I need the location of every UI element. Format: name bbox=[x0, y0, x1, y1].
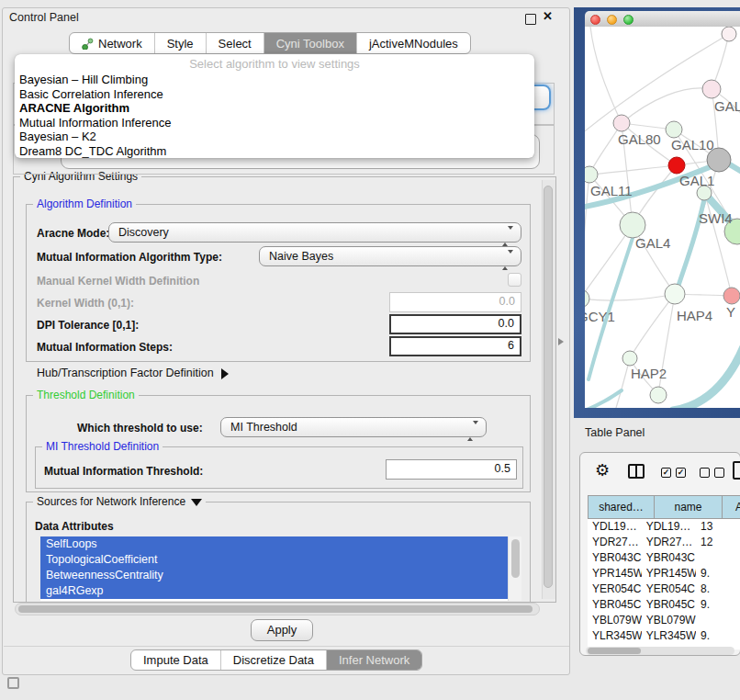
screen: Control Panel ✕ NetworkStyleSelectCyni T… bbox=[0, 0, 740, 700]
table-cell: 9. bbox=[696, 628, 740, 644]
network-node[interactable] bbox=[650, 387, 667, 403]
tab-network[interactable]: Network bbox=[70, 33, 154, 53]
checked-checkbox-icon[interactable]: ✓ bbox=[676, 468, 686, 478]
network-node-gal10[interactable] bbox=[666, 121, 682, 138]
manual-kernel-checkbox[interactable] bbox=[508, 273, 521, 287]
algorithm-option[interactable]: Bayesian – Hill Climbing bbox=[15, 73, 534, 87]
tab-jactivemnodules[interactable]: jActiveMNodules bbox=[356, 33, 470, 53]
network-node-gal[interactable] bbox=[702, 80, 721, 98]
gear-icon[interactable]: ⚙ bbox=[595, 462, 610, 479]
network-node-hap2[interactable] bbox=[622, 351, 637, 366]
unchecked-checkbox-icon[interactable] bbox=[714, 468, 724, 478]
aracne-mode-value: Discovery bbox=[118, 226, 169, 239]
mi-steps-field[interactable]: 6 bbox=[389, 336, 521, 356]
table-horizontal-scrollbar[interactable] bbox=[586, 647, 734, 655]
algorithm-option[interactable]: Basic Correlation Inference bbox=[15, 87, 534, 102]
network-edge[interactable] bbox=[630, 294, 675, 358]
table-column-header[interactable]: A bbox=[723, 495, 740, 519]
table-row[interactable]: YBR045CYBR045C9. bbox=[588, 597, 740, 613]
network-node-gcy1[interactable] bbox=[585, 289, 589, 308]
list-scrollbar-thumb[interactable] bbox=[511, 539, 520, 578]
aracne-mode-select[interactable]: Discovery bbox=[108, 222, 521, 243]
close-panel-icon[interactable]: ✕ bbox=[543, 9, 553, 23]
expand-right-icon[interactable] bbox=[221, 368, 229, 379]
mi-threshold-group-label: MI Threshold Definition bbox=[42, 440, 163, 453]
table-horizontal-scrollbar-thumb[interactable] bbox=[588, 648, 641, 654]
data-attribute-option[interactable]: SelfLoops bbox=[40, 536, 508, 552]
mi-type-select[interactable]: Naive Bayes bbox=[259, 246, 521, 266]
tab-infer-network[interactable]: Infer Network bbox=[326, 650, 421, 670]
split-columns-icon[interactable] bbox=[628, 464, 645, 479]
network-edge[interactable] bbox=[589, 123, 622, 175]
kernel-width-label: Kernel Width (0,1): bbox=[37, 297, 134, 310]
new-table-icon[interactable] bbox=[733, 461, 740, 480]
settings-horizontal-scrollbar[interactable] bbox=[15, 603, 540, 615]
tab-label: Infer Network bbox=[339, 653, 409, 667]
table-column-header[interactable]: name bbox=[655, 495, 723, 519]
table-row[interactable]: YBL079WYBL079W bbox=[588, 613, 740, 628]
network-node-gal4[interactable] bbox=[620, 212, 645, 238]
threshold-definition-label: Threshold Definition bbox=[33, 389, 139, 401]
network-node[interactable] bbox=[722, 27, 736, 41]
data-attribute-option[interactable]: gal4RGexp bbox=[40, 583, 508, 599]
mi-threshold-field[interactable]: 0.5 bbox=[386, 459, 517, 480]
table-row[interactable]: YER054CYER054C8. bbox=[588, 581, 740, 597]
table-row[interactable]: YDL19…YDL19…13 bbox=[588, 519, 740, 535]
network-edge-thick[interactable] bbox=[677, 195, 705, 291]
tab-cyni-toolbox[interactable]: Cyni Toolbox bbox=[263, 33, 356, 53]
list-scrollbar[interactable] bbox=[508, 536, 521, 601]
kernel-width-field[interactable]: 0.0 bbox=[389, 292, 521, 312]
tab-impute-data[interactable]: Impute Data bbox=[131, 650, 220, 670]
table-cell: 9. bbox=[696, 597, 740, 613]
data-attributes-label: Data Attributes bbox=[35, 520, 114, 533]
network-canvas[interactable]: GALGAL80GAL10GAL1GAL11SWI4GAL4GCY1HAP4YH… bbox=[585, 27, 740, 408]
table-row[interactable]: YPR145WYPR145W9. bbox=[588, 566, 740, 581]
network-node-gal80[interactable] bbox=[613, 115, 630, 131]
tab-discretize-data[interactable]: Discretize Data bbox=[220, 650, 326, 670]
network-node-y[interactable] bbox=[723, 288, 740, 304]
network-node-hap4[interactable] bbox=[665, 284, 685, 304]
apply-button[interactable]: Apply bbox=[251, 619, 313, 641]
tab-label: Select bbox=[219, 37, 252, 51]
network-edge[interactable] bbox=[585, 294, 675, 300]
tab-select[interactable]: Select bbox=[206, 33, 263, 53]
dpi-tolerance-field[interactable]: 0.0 bbox=[389, 314, 521, 334]
hub-definition-section[interactable]: Hub/Transcription Factor Definition bbox=[37, 367, 229, 379]
network-node-gal11[interactable] bbox=[585, 166, 598, 183]
network-node-gal1[interactable] bbox=[668, 157, 685, 174]
algorithm-option[interactable]: Dream8 DC_TDC Algorithm bbox=[15, 144, 534, 159]
data-attribute-option[interactable]: BetweennessCentrality bbox=[40, 568, 508, 583]
unchecked-checkbox-icon[interactable] bbox=[700, 468, 710, 478]
tab-style[interactable]: Style bbox=[154, 33, 206, 53]
zoom-window-icon[interactable] bbox=[623, 15, 633, 25]
float-window-icon[interactable] bbox=[525, 14, 536, 25]
close-window-icon[interactable] bbox=[590, 15, 600, 25]
network-edge[interactable] bbox=[585, 175, 589, 299]
algorithm-option[interactable]: Mutual Information Inference bbox=[15, 116, 534, 130]
splitter-expand-icon[interactable] bbox=[558, 338, 564, 345]
network-edge-thick[interactable] bbox=[585, 390, 622, 408]
data-attribute-option[interactable]: TopologicalCoefficient bbox=[40, 552, 508, 568]
table-row[interactable]: YBR043CYBR043C bbox=[588, 550, 740, 566]
minimize-window-icon[interactable] bbox=[607, 15, 617, 25]
network-node-label: GAL80 bbox=[618, 131, 661, 147]
table-cell: YBR045C bbox=[588, 597, 642, 613]
network-edge-thick[interactable] bbox=[673, 335, 740, 408]
settings-vertical-scrollbar-thumb[interactable] bbox=[544, 186, 553, 588]
which-threshold-value: MI Threshold bbox=[230, 421, 297, 434]
sources-group-label[interactable]: Sources for Network Inference bbox=[33, 495, 206, 508]
collapse-down-icon[interactable] bbox=[191, 499, 202, 506]
network-edge[interactable] bbox=[590, 27, 622, 123]
algorithm-definition-label: Algorithm Definition bbox=[33, 198, 136, 210]
dock-panel-icon[interactable] bbox=[7, 677, 19, 689]
network-graph[interactable]: GALGAL80GAL10GAL1GAL11SWI4GAL4GCY1HAP4YH… bbox=[585, 27, 740, 408]
algorithm-option[interactable]: Bayesian – K2 bbox=[15, 130, 534, 144]
network-edge[interactable] bbox=[589, 165, 677, 175]
table-row[interactable]: YDR27…YDR27…12 bbox=[588, 535, 740, 550]
table-column-header[interactable]: shared… bbox=[588, 495, 655, 519]
settings-horizontal-scrollbar-thumb[interactable] bbox=[18, 605, 533, 613]
algorithm-option[interactable]: ARACNE Algorithm bbox=[15, 101, 534, 116]
which-threshold-select[interactable]: MI Threshold bbox=[220, 417, 487, 437]
checked-checkbox-icon[interactable]: ✓ bbox=[661, 468, 671, 478]
table-row[interactable]: YLR345WYLR345W9. bbox=[588, 628, 740, 644]
